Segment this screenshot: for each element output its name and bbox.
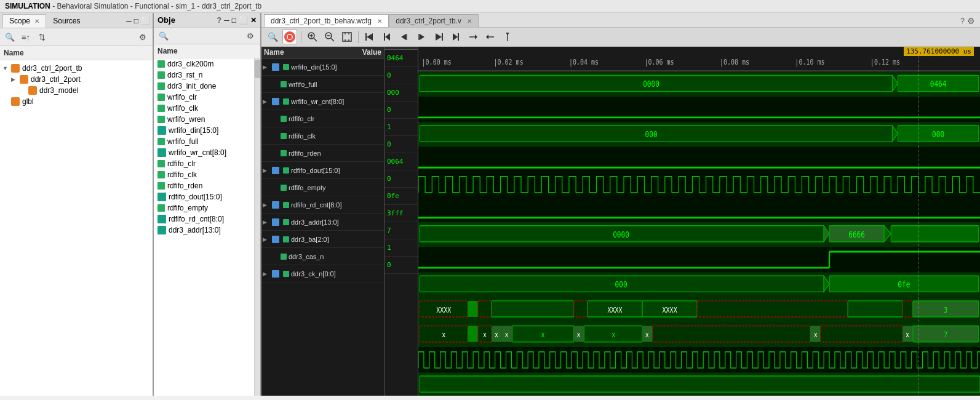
svg-text:|0.00 ms: |0.00 ms	[422, 57, 452, 67]
svg-rect-148	[420, 376, 980, 392]
expand-ddr3-ba-btn[interactable]: ▶	[263, 236, 270, 242]
signal-icon-wrfifo-wr-cnt	[157, 148, 166, 157]
wave-save-button[interactable]	[282, 30, 297, 44]
wave-signals-area[interactable]: 135.761000000 us |0.00 ms |0.02 ms |0.04…	[418, 47, 980, 396]
sig-icon2-wrfifo-din	[283, 64, 289, 70]
obj-item-wrfifo-clr[interactable]: wrfifo_clr	[154, 92, 254, 103]
obj-settings-button[interactable]: ⚙	[244, 30, 257, 42]
restore-icon[interactable]: □	[134, 17, 138, 25]
wave-row-rdfifo-clk[interactable]: rdfifo_clk	[261, 127, 384, 145]
scrollbar-thumb[interactable]	[255, 60, 260, 78]
tab-scope[interactable]: Scope ✕	[2, 14, 46, 28]
wave-zoom-out-button[interactable]	[322, 30, 337, 44]
tab-wcfg[interactable]: ddr3_ctrl_2port_tb_behav.wcfg ✕	[264, 14, 389, 27]
middle-scrollbar[interactable]	[254, 58, 260, 396]
obj-col-name: Name	[157, 47, 178, 55]
obj-item-ddr3-addr[interactable]: ddr3_addr[13:0]	[154, 225, 254, 236]
scope-tree: ▼ ddr3_ctrl_2port_tb ▶ ddr3_ctrl_2port d…	[0, 60, 153, 396]
wave-settings-icon[interactable]: ⚙	[967, 16, 975, 26]
expand-ddr3-tb-icon[interactable]: ▼	[2, 65, 11, 71]
wave-row-wrfifo-wr-cnt[interactable]: ▶ wrfifo_wr_cnt[8:0]	[261, 93, 384, 110]
sig-name-rdfifo-empty: rdfifo_empty	[289, 184, 326, 191]
wave-val-wrfifo-din: 0464	[384, 50, 418, 67]
middle-minimize-icon[interactable]: ─	[224, 16, 229, 25]
expand-ddr3-addr-btn[interactable]: ▶	[263, 219, 270, 225]
wave-arrow-btn1[interactable]	[466, 30, 480, 44]
obj-item-ddr3-clk200m[interactable]: ddr3_clk200m	[154, 58, 254, 70]
wave-back-button[interactable]	[397, 30, 412, 44]
close-scope-icon[interactable]: ✕	[34, 18, 39, 25]
obj-list: ddr3_clk200m ddr3_rst_n ddr3_init_done w…	[154, 58, 260, 396]
tab-vtb[interactable]: ddr3_ctrl_2port_tb.v ✕	[389, 14, 479, 27]
middle-close-icon[interactable]: ✕	[250, 16, 257, 25]
obj-item-rdfifo-rden[interactable]: rdfifo_rden	[154, 180, 254, 191]
tree-item-ddr3-ctrl-2port-tb[interactable]: ▼ ddr3_ctrl_2port_tb	[0, 63, 153, 74]
tree-item-ddr3-model[interactable]: ddr3_model	[17, 85, 153, 96]
obj-item-wrfifo-full[interactable]: wrfifo_full	[154, 136, 254, 147]
wave-row-ddr3-cas-n[interactable]: ddr3_cas_n	[261, 248, 384, 265]
wave-row-wrfifo-din[interactable]: ▶ wrfifo_din[15:0]	[261, 58, 384, 76]
scope-settings-button[interactable]: ⚙	[137, 31, 149, 43]
wave-row-rdfifo-clr[interactable]: rdfifo_clr	[261, 110, 384, 127]
obj-item-ddr3-rst-n[interactable]: ddr3_rst_n	[154, 70, 254, 81]
wave-arrow-btn2[interactable]	[483, 30, 498, 44]
obj-item-rdfifo-dout[interactable]: rdfifo_dout[15:0]	[154, 191, 254, 202]
obj-item-ddr3-init-done[interactable]: ddr3_init_done	[154, 81, 254, 92]
wave-row-rdfifo-rden[interactable]: rdfifo_rden	[261, 145, 384, 162]
expand-wrfifo-wr-cnt-btn[interactable]: ▶	[263, 98, 270, 105]
tab-sources[interactable]: Sources	[46, 14, 87, 28]
expand-rdfifo-dout-btn[interactable]: ▶	[263, 167, 270, 174]
svg-text:x: x	[483, 330, 487, 340]
wave-goto-start-button[interactable]	[362, 30, 377, 44]
wave-zoom-in-button[interactable]	[305, 30, 320, 44]
expand-wrfifo-din-btn[interactable]: ▶	[263, 64, 270, 70]
close-vtb-icon[interactable]: ✕	[467, 18, 472, 25]
svg-marker-20	[420, 34, 424, 40]
obj-item-rdfifo-empty[interactable]: rdfifo_empty	[154, 202, 254, 214]
wave-next-edge-button[interactable]	[448, 30, 463, 44]
wave-row-rdfifo-dout[interactable]: ▶ rdfifo_dout[15:0]	[261, 162, 384, 179]
wave-row-ddr3-ba[interactable]: ▶ ddr3_ba[2:0]	[261, 231, 384, 248]
wave-row-rdfifo-empty[interactable]: rdfifo_empty	[261, 179, 384, 196]
wave-val-wrfifo-full: 0	[384, 67, 418, 84]
svg-text:|0.06 ms: |0.06 ms	[644, 57, 674, 67]
expand-ddr3-ck-n-btn[interactable]: ▶	[263, 271, 270, 277]
minimize-icon[interactable]: ─	[126, 17, 132, 25]
wave-row-ddr3-ck-n[interactable]: ▶ ddr3_ck_n[0:0]	[261, 265, 384, 282]
wave-val-rdfifo-dout: 0064	[384, 153, 418, 170]
wave-prev-edge-button[interactable]	[380, 30, 394, 44]
obj-item-rdfifo-clr[interactable]: rdfifo_clr	[154, 158, 254, 169]
wave-row-ddr3-addr[interactable]: ▶ ddr3_addr[13:0]	[261, 214, 384, 231]
wave-help-icon[interactable]: ?	[960, 17, 965, 25]
wave-forward-button[interactable]	[414, 30, 429, 44]
signal-icon-rdfifo-rd-cnt	[157, 215, 166, 223]
tree-label-ddr3-ctrl: ddr3_ctrl_2port	[31, 75, 81, 84]
wave-fit-button[interactable]	[340, 30, 354, 44]
scope-search-button[interactable]: 🔍	[4, 31, 16, 43]
tree-item-glbl[interactable]: glbl	[0, 96, 153, 107]
wave-to-end-button[interactable]	[431, 30, 446, 44]
wave-row-rdfifo-rd-cnt[interactable]: ▶ rdfifo_rd_cnt[8:0]	[261, 196, 384, 214]
scope-sort-button[interactable]: ≡↑	[20, 31, 32, 43]
middle-maximize-icon[interactable]: ⬜	[239, 16, 248, 25]
obj-item-wrfifo-din[interactable]: wrfifo_din[15:0]	[154, 125, 254, 136]
obj-item-wrfifo-wr-cnt[interactable]: wrfifo_wr_cnt[8:0]	[154, 147, 254, 158]
expand-ddr3-ctrl-icon[interactable]: ▶	[11, 76, 20, 82]
middle-restore-icon[interactable]: □	[232, 16, 236, 25]
expand-rdfifo-rd-cnt-btn[interactable]: ▶	[263, 202, 270, 208]
wave-row-wrfifo-full[interactable]: wrfifo_full	[261, 76, 384, 93]
wave-search-button[interactable]: 🔍	[265, 30, 280, 44]
scope-filter-button[interactable]: ⇅	[36, 31, 48, 43]
svg-text:3: 3	[944, 305, 947, 314]
middle-help-icon[interactable]: ?	[217, 15, 221, 25]
wave-marker-btn[interactable]	[500, 30, 515, 44]
obj-search-button[interactable]: 🔍	[157, 30, 170, 42]
tree-item-ddr3-ctrl-2port[interactable]: ▶ ddr3_ctrl_2port	[9, 74, 153, 85]
obj-item-wrfifo-wren[interactable]: wrfifo_wren	[154, 114, 254, 125]
maximize-icon[interactable]: ⬜	[141, 17, 150, 25]
close-wcfg-icon[interactable]: ✕	[377, 18, 382, 25]
obj-item-rdfifo-clk[interactable]: rdfifo_clk	[154, 169, 254, 180]
svg-rect-135	[653, 326, 810, 342]
obj-item-wrfifo-clk[interactable]: wrfifo_clk	[154, 103, 254, 114]
obj-item-rdfifo-rd-cnt[interactable]: rdfifo_rd_cnt[8:0]	[154, 214, 254, 225]
